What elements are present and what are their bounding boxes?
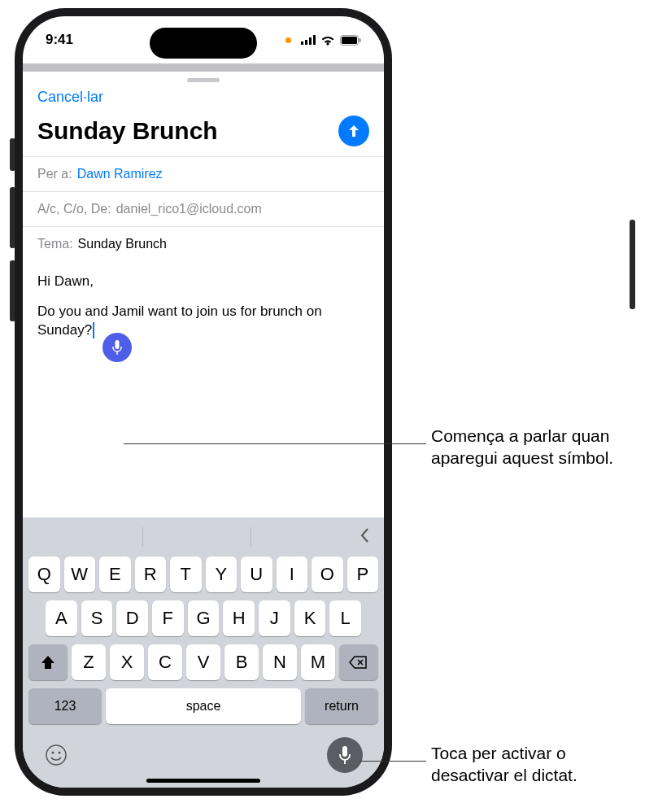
key-m[interactable]: M xyxy=(301,644,335,680)
key-j[interactable]: J xyxy=(259,600,290,636)
emoji-key[interactable] xyxy=(44,743,68,767)
svg-point-11 xyxy=(59,752,61,754)
subject-label: Tema: xyxy=(37,237,73,251)
mic-icon xyxy=(111,339,123,356)
key-y[interactable]: Y xyxy=(206,557,238,592)
send-button[interactable] xyxy=(338,116,369,146)
mic-icon xyxy=(338,745,351,765)
key-a[interactable]: A xyxy=(46,600,77,636)
key-z[interactable]: Z xyxy=(72,644,106,680)
status-bar: 9:41 xyxy=(23,16,384,63)
phone-frame: 9:41 Cancel·lar Sunday Brunch xyxy=(15,8,392,796)
keyboard-row-2: A S D F G H J K L xyxy=(26,600,381,636)
key-l[interactable]: L xyxy=(329,600,361,636)
home-indicator[interactable] xyxy=(146,779,260,783)
battery-icon xyxy=(340,35,361,46)
body-field[interactable]: Hi Dawn, Do you and Jamil want to join u… xyxy=(23,261,384,347)
sheet-backdrop xyxy=(23,63,384,72)
keyboard: Q W E R T Y U I O P A S D F G H J K L xyxy=(23,517,384,788)
backspace-icon xyxy=(349,655,368,670)
key-h[interactable]: H xyxy=(223,600,255,636)
key-g[interactable]: G xyxy=(188,600,220,636)
key-n[interactable]: N xyxy=(263,644,297,680)
wifi-icon xyxy=(320,35,335,46)
svg-rect-6 xyxy=(360,38,361,42)
keyboard-row-1: Q W E R T Y U I O P xyxy=(26,557,381,592)
status-time: 9:41 xyxy=(46,32,73,48)
cellular-icon xyxy=(301,35,316,45)
phone-power-button xyxy=(630,220,635,309)
key-r[interactable]: R xyxy=(135,557,167,592)
backspace-key[interactable] xyxy=(339,644,378,680)
to-value[interactable]: Dawn Ramirez xyxy=(77,167,163,181)
arrow-up-icon xyxy=(346,124,361,138)
to-label: Per a: xyxy=(37,167,72,181)
mic-indicator-icon xyxy=(285,37,291,43)
key-s[interactable]: S xyxy=(81,600,113,636)
key-b[interactable]: B xyxy=(224,644,259,680)
compose-title: Sunday Brunch xyxy=(37,117,218,145)
callout-line-2 xyxy=(360,761,426,762)
cc-value: daniel_rico1@icloud.com xyxy=(116,202,262,216)
svg-rect-2 xyxy=(309,37,312,45)
key-k[interactable]: K xyxy=(294,600,326,636)
shift-key[interactable] xyxy=(28,644,68,680)
cancel-button[interactable]: Cancel·lar xyxy=(37,89,103,105)
dictation-button[interactable] xyxy=(327,737,363,773)
key-i[interactable]: I xyxy=(277,557,308,592)
key-d[interactable]: D xyxy=(116,600,148,636)
callout-1: Comença a parlar quan aparegui aquest sí… xyxy=(431,425,634,469)
cc-label: A/c, C/o, De: xyxy=(37,202,111,216)
dictation-indicator xyxy=(102,333,132,362)
body-line-2: Do you and Jamil want to join us for bru… xyxy=(37,303,369,340)
cc-field[interactable]: A/c, C/o, De: daniel_rico1@icloud.com xyxy=(23,191,384,226)
callout-2: Toca per activar o desactivar el dictat. xyxy=(431,742,634,787)
key-v[interactable]: V xyxy=(186,644,220,680)
numeric-key[interactable]: 123 xyxy=(28,688,102,724)
key-c[interactable]: C xyxy=(148,644,182,680)
key-p[interactable]: P xyxy=(347,557,379,592)
shift-icon xyxy=(40,655,56,670)
body-line-1: Hi Dawn, xyxy=(37,273,369,291)
key-q[interactable]: Q xyxy=(28,557,60,592)
key-x[interactable]: X xyxy=(110,644,144,680)
svg-rect-12 xyxy=(342,746,347,757)
collapse-keyboard-icon[interactable] xyxy=(358,527,371,550)
kb-separator xyxy=(251,527,251,547)
status-icons xyxy=(285,35,361,46)
to-field[interactable]: Per a: Dawn Ramirez xyxy=(23,156,384,191)
keyboard-row-4: 123 space return xyxy=(26,688,381,724)
key-u[interactable]: U xyxy=(241,557,272,592)
svg-rect-0 xyxy=(301,41,303,45)
compose-sheet: Cancel·lar Sunday Brunch Per a: Dawn Ram… xyxy=(23,78,384,347)
svg-point-9 xyxy=(46,745,66,765)
svg-rect-5 xyxy=(342,37,357,44)
key-w[interactable]: W xyxy=(64,557,96,592)
callout-line-1 xyxy=(124,443,426,444)
key-t[interactable]: T xyxy=(170,557,202,592)
svg-rect-1 xyxy=(305,40,307,45)
text-cursor xyxy=(93,322,94,338)
key-o[interactable]: O xyxy=(312,557,343,592)
return-key[interactable]: return xyxy=(305,688,378,724)
key-f[interactable]: F xyxy=(152,600,184,636)
key-e[interactable]: E xyxy=(99,557,131,592)
kb-separator xyxy=(142,527,143,547)
subject-value: Sunday Brunch xyxy=(78,237,167,251)
svg-rect-7 xyxy=(115,340,120,349)
emoji-icon xyxy=(45,744,68,766)
space-key[interactable]: space xyxy=(106,688,301,724)
keyboard-row-3: Z X C V B N M xyxy=(26,644,381,680)
svg-point-10 xyxy=(52,752,54,754)
phone-screen: 9:41 Cancel·lar Sunday Brunch xyxy=(23,16,384,788)
subject-field[interactable]: Tema: Sunday Brunch xyxy=(23,226,384,261)
svg-rect-3 xyxy=(313,35,316,45)
